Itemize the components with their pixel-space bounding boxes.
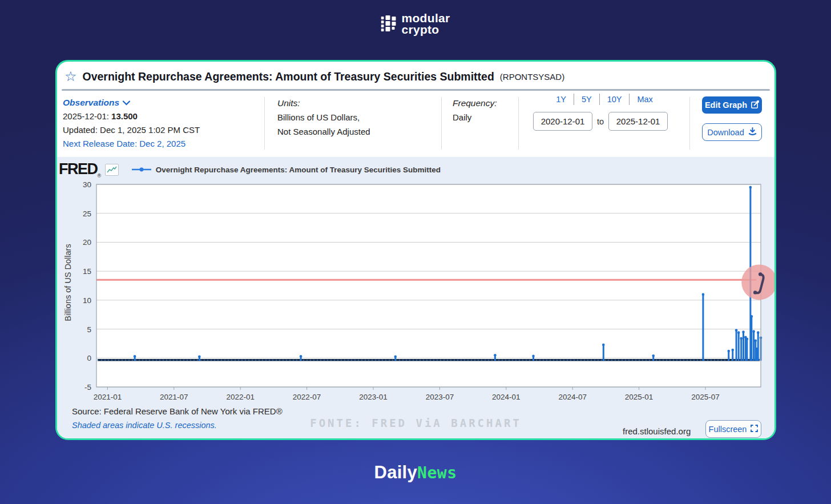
divider: [689, 97, 690, 150]
range-button-5y[interactable]: 5Y: [574, 94, 599, 105]
range-button-10y[interactable]: 10Y: [600, 94, 630, 105]
svg-text:2024-01: 2024-01: [492, 393, 521, 401]
svg-text:20: 20: [83, 238, 91, 247]
svg-text:2024-07: 2024-07: [558, 393, 587, 401]
units-line2: Not Seasonally Adjusted: [277, 124, 370, 139]
fred-chart-card: ☆ Overnight Repurchase Agreements: Amoun…: [55, 60, 776, 440]
updated-timestamp: Updated: Dec 1, 2025 1:02 PM CST: [63, 123, 200, 137]
top-brand-logo: modular crypto: [381, 12, 450, 35]
watermark: FONTE: FRED ViA BARCHART: [310, 417, 522, 429]
svg-text:5: 5: [87, 325, 91, 334]
news-wordmark: News: [417, 463, 457, 482]
next-release-link[interactable]: Next Release Date: Dec 2, 2025: [63, 137, 200, 151]
end-date-input[interactable]: [608, 112, 668, 131]
to-label: to: [597, 117, 604, 126]
latest-observation: 2025-12-01: 13.500: [63, 110, 200, 123]
download-button[interactable]: Download: [702, 123, 762, 141]
svg-text:10: 10: [83, 296, 91, 305]
start-date-input[interactable]: [533, 112, 592, 131]
svg-text:2023-01: 2023-01: [359, 393, 388, 401]
svg-text:-5: -5: [84, 383, 91, 392]
corner-brackets-icon: [751, 425, 758, 434]
pencil-square-icon: [751, 100, 759, 110]
frequency-value: Daily: [453, 110, 497, 124]
units-line1: Billions of US Dollars,: [277, 110, 370, 124]
divider: [441, 97, 442, 150]
page: modular crypto ☆ Overnight Repurchase Ag…: [0, 0, 831, 504]
frequency-block: Frequency: Daily: [453, 96, 497, 124]
brand-name: modular crypto: [402, 13, 450, 35]
fred-site-link[interactable]: fred.stlouisfed.org: [623, 426, 691, 436]
svg-text:2021-07: 2021-07: [160, 393, 188, 401]
observations-dropdown[interactable]: Observations: [63, 96, 130, 110]
block-grid-icon: [381, 12, 397, 35]
divider: [264, 97, 265, 150]
recessions-note: Shaded areas indicate U.S. recessions.: [72, 421, 217, 430]
svg-text:2025-07: 2025-07: [691, 393, 720, 401]
y-axis-title: Billions of US Dollars: [63, 197, 72, 368]
frequency-label: Frequency:: [453, 96, 497, 110]
svg-text:2022-07: 2022-07: [293, 393, 321, 401]
card-title-row: ☆ Overnight Repurchase Agreements: Amoun…: [64, 66, 767, 87]
chevron-down-icon: [123, 96, 130, 110]
observations-block: Observations 2025-12-01: 13.500 Updated:…: [63, 96, 200, 151]
units-block: Units: Billions of US Dollars, Not Seaso…: [277, 96, 370, 139]
units-label: Units:: [277, 96, 370, 110]
series-info-row: Observations 2025-12-01: 13.500 Updated:…: [57, 91, 774, 156]
svg-text:2021-01: 2021-01: [94, 393, 122, 401]
svg-text:2023-07: 2023-07: [426, 393, 454, 401]
svg-text:30: 30: [83, 180, 91, 189]
svg-text:0: 0: [87, 354, 91, 362]
svg-text:25: 25: [83, 209, 91, 218]
date-range-block: 1Y 5Y 10Y Max to: [533, 94, 676, 131]
range-button-max[interactable]: Max: [630, 94, 660, 105]
edit-graph-button[interactable]: Edit Graph: [702, 96, 762, 114]
fullscreen-button[interactable]: Fullscreen: [705, 420, 761, 438]
series-code: (RPONTSYSAD): [500, 72, 564, 82]
title-divider: [62, 89, 770, 91]
fullscreen-label: Fullscreen: [709, 425, 747, 434]
bottom-brand-logo: DailyNews: [0, 462, 831, 483]
source-note: Source: Federal Reserve Bank of New York…: [72, 406, 283, 416]
svg-text:2022-01: 2022-01: [226, 393, 255, 401]
date-inputs: to: [533, 112, 676, 131]
svg-text:2025-01: 2025-01: [625, 393, 653, 401]
observations-label: Observations: [63, 96, 119, 110]
range-button-1y[interactable]: 1Y: [548, 94, 574, 105]
chart-section: FRED® Overnight Repurchase Agreements: A…: [57, 157, 774, 438]
svg-text:15: 15: [83, 267, 91, 276]
zoom-buttons: 1Y 5Y 10Y Max: [533, 94, 676, 105]
tray-arrow-icon: [748, 127, 757, 137]
divider: [518, 97, 519, 150]
download-label: Download: [707, 128, 744, 137]
chart-plot[interactable]: 302520151050-52021-012021-072022-012022-…: [76, 157, 774, 402]
series-title: Overnight Repurchase Agreements: Amount …: [83, 70, 494, 83]
daily-wordmark: Daily: [374, 462, 417, 482]
favorite-star-icon[interactable]: ☆: [64, 70, 77, 83]
edit-graph-label: Edit Graph: [705, 100, 747, 110]
actions-block: Edit Graph Download: [702, 96, 765, 141]
